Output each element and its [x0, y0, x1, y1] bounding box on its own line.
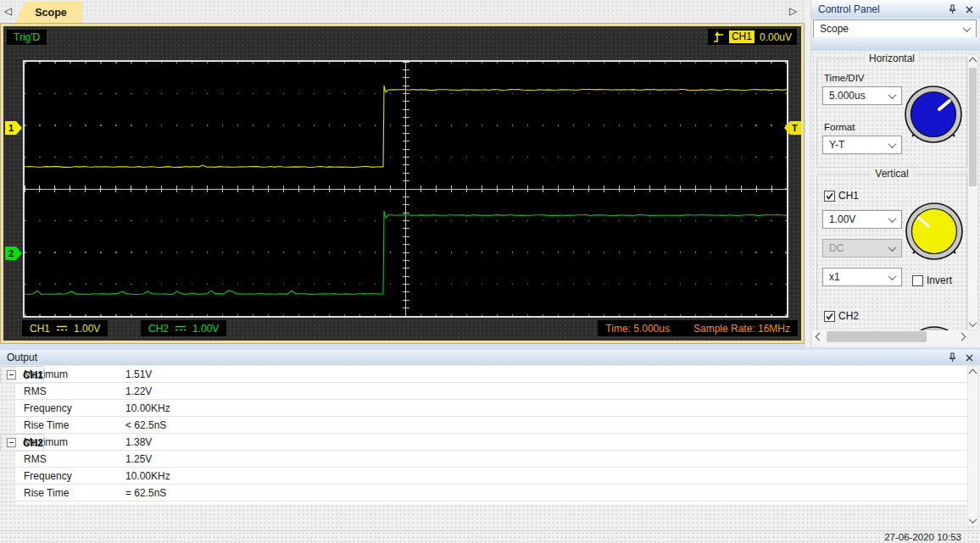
control-panel-horizontal-scrollbar[interactable] — [813, 330, 967, 343]
time-per-div: Time: 5.000us — [605, 323, 670, 335]
format-dropdown[interactable]: Y-T — [822, 136, 902, 154]
ch1-scale: 1.00V — [74, 323, 100, 335]
timediv-dropdown[interactable]: 5.000us — [822, 86, 902, 105]
measure-name: Rise Time — [24, 487, 121, 499]
output-row: Maximum1.51V — [0, 366, 967, 383]
output-panel: Output CH1Maximum1.51VRMS1.22VFrequency1… — [0, 347, 980, 530]
output-group-row: CH1 — [0, 366, 44, 384]
ch1-scale-dropdown[interactable]: 1.00V — [822, 210, 902, 229]
clock-text: 27-06-2020 10:53 — [884, 532, 961, 542]
measure-value: 1.25V — [125, 453, 152, 465]
checkbox-box — [912, 275, 923, 286]
scroll-right-icon[interactable] — [955, 330, 967, 343]
scrollbar-thumb[interactable] — [969, 68, 977, 186]
measure-value: 1.51V — [125, 368, 152, 380]
format-value: Y-T — [829, 139, 844, 151]
scope-window: Trig'D CH1 0.00uV 1 2 T CH1 — [1, 24, 804, 343]
checkbox-label: Invert — [927, 274, 952, 286]
tab-bar: ◁ Scope ▷ — [0, 0, 805, 24]
tab-scroll-left-icon[interactable]: ◁ — [4, 5, 12, 17]
timediv-value: 5.000us — [829, 90, 866, 102]
pin-icon[interactable] — [948, 352, 957, 363]
ch2-enable-checkbox[interactable]: CH2 — [824, 310, 859, 322]
measure-value: 1.22V — [125, 385, 152, 397]
ch1-probe-value: x1 — [829, 271, 840, 283]
scrollbar-thumb[interactable] — [827, 331, 927, 342]
scroll-down-icon[interactable] — [968, 318, 977, 330]
control-panel-title: Control Panel — [818, 3, 880, 15]
measure-value: 1.38V — [125, 436, 152, 448]
trigger-channel-badge: CH1 — [729, 30, 754, 43]
output-row: Frequency10.00KHz — [0, 468, 967, 485]
output-row: RMS1.25V — [0, 451, 967, 468]
measure-name: RMS — [24, 385, 121, 397]
output-row: Rise Time= 62.5nS — [0, 485, 967, 501]
tab-scope[interactable]: Scope — [14, 2, 82, 24]
application-window: ◁ Scope ▷ Trig'D CH1 0.00uV 1 2 T — [0, 0, 980, 543]
close-icon[interactable] — [966, 354, 973, 362]
control-panel: Control Panel Scope Horizontal Time/DIV … — [810, 0, 980, 347]
rising-edge-trigger-icon — [713, 30, 724, 43]
scroll-left-icon[interactable] — [813, 330, 825, 343]
chevron-down-icon — [888, 243, 897, 252]
pin-icon[interactable] — [948, 4, 957, 14]
trigger-status-badge: Trig'D — [7, 30, 47, 45]
close-icon[interactable] — [966, 6, 973, 14]
scope-screen — [23, 60, 788, 318]
status-bar: 27-06-2020 10:53 — [0, 530, 980, 543]
collapse-icon[interactable] — [7, 370, 16, 380]
collapse-icon[interactable] — [7, 438, 16, 447]
scope-canvas — [25, 62, 787, 316]
measure-name: Frequency — [24, 470, 121, 482]
trigger-level-readout: 0.00uV — [760, 31, 792, 43]
panel-divider — [811, 37, 980, 51]
ch1-probe-dropdown[interactable]: x1 — [822, 268, 902, 286]
ch1-position-knob[interactable] — [903, 200, 966, 263]
output-row: RMS1.22V — [0, 383, 967, 400]
chevron-down-icon — [888, 140, 897, 148]
ch2-position-marker[interactable]: 2 — [5, 247, 22, 260]
checkbox-box — [824, 311, 835, 322]
scroll-down-icon[interactable] — [968, 514, 977, 526]
timebase-knob[interactable] — [902, 83, 965, 146]
control-panel-content: Horizontal Time/DIV 5.000us Format Y-T — [811, 51, 980, 330]
ch1-scale-value: 1.00V — [829, 213, 855, 225]
ch2-scale-readout: CH2 1.00V — [141, 320, 226, 336]
measure-name: Rise Time — [24, 419, 121, 431]
tab-scroll-right-icon[interactable]: ▷ — [789, 5, 797, 17]
checkbox-label: CH1 — [838, 190, 859, 202]
timediv-label: Time/DIV — [824, 73, 865, 83]
output-group-row: CH2 — [0, 434, 44, 452]
horizontal-group-title: Horizontal — [865, 53, 919, 64]
output-row: Frequency10.00KHz — [0, 400, 967, 417]
ch1-enable-checkbox[interactable]: CH1 — [824, 190, 859, 202]
ch2-scale: 1.00V — [192, 323, 219, 335]
scroll-up-icon[interactable] — [968, 367, 977, 379]
scrollbar-track[interactable] — [825, 330, 955, 343]
ch1-coupling-dropdown: DC — [822, 239, 902, 258]
measure-name: Frequency — [24, 402, 121, 414]
control-panel-vertical-scrollbar[interactable] — [967, 54, 978, 330]
tab-label: Scope — [35, 7, 67, 19]
ch1-coupling-value: DC — [829, 242, 844, 254]
invert-checkbox[interactable]: Invert — [912, 274, 952, 286]
output-vertical-scrollbar[interactable] — [967, 366, 978, 527]
vertical-group-title: Vertical — [871, 168, 912, 180]
measure-value: < 62.5nS — [125, 419, 166, 431]
checkbox-label: CH2 — [838, 310, 859, 322]
panel-selector-dropdown[interactable]: Scope — [813, 19, 977, 38]
output-row: Rise Time< 62.5nS — [0, 417, 967, 434]
vertical-group: Vertical CH1 1.00V DC x1 — [816, 174, 967, 330]
panel-selector-value: Scope — [820, 23, 849, 35]
measure-value: 10.00KHz — [125, 402, 170, 414]
ch2-label: CH2 — [148, 323, 169, 335]
sample-rate: Sample Rate: 16MHz — [693, 323, 790, 335]
dc-coupling-icon — [175, 324, 187, 332]
ch1-scale-readout: CH1 1.00V — [22, 320, 108, 336]
timebase-readout: Time: 5.000us Sample Rate: 16MHz — [598, 320, 798, 336]
ch2-position-knob[interactable] — [903, 324, 966, 330]
scroll-up-icon[interactable] — [968, 55, 977, 67]
measure-value: 10.00KHz — [125, 470, 170, 482]
ch1-position-marker[interactable]: 1 — [5, 121, 22, 135]
output-row: Maximum1.38V — [0, 434, 967, 451]
